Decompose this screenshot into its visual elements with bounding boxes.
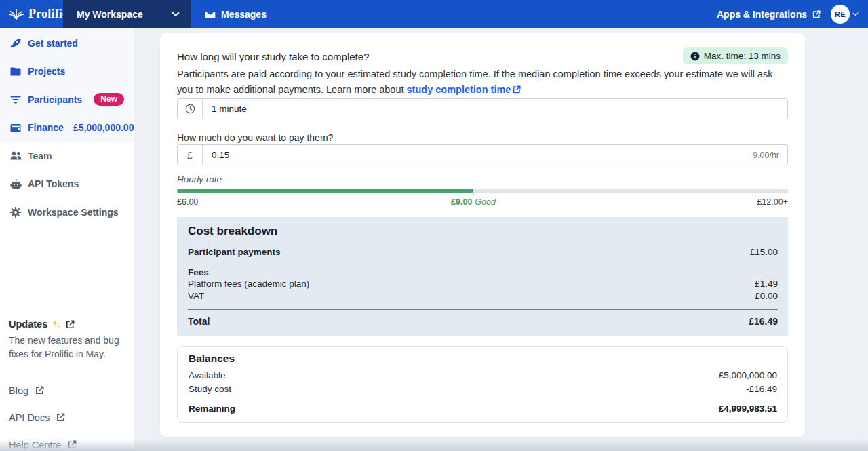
rate-max-label: £12.00+: [757, 197, 788, 207]
hourly-rate-suffix: 9.00/hr: [753, 145, 787, 165]
payment-value: 0.15: [203, 145, 753, 165]
sidebar-item-label: Participants: [28, 94, 82, 105]
hourly-rate-fill: [177, 189, 473, 193]
sidebar-item-label: Projects: [28, 66, 65, 77]
rocket-icon: [9, 38, 22, 49]
max-time-text: Max. time: 13 mins: [704, 51, 781, 61]
pay-question: How much do you want to pay them?: [177, 132, 333, 143]
cost-breakdown-panel: Cost breakdown Participant payments £15.…: [177, 217, 788, 336]
hourly-rate-label: Hourly rate: [177, 174, 222, 184]
robot-icon: [9, 178, 22, 189]
sparkles-icon: [52, 319, 61, 329]
side-link-label: Blog: [9, 385, 28, 396]
gear-icon: [9, 207, 22, 218]
avatar: RE: [831, 5, 850, 24]
study-cost-row: Study cost -£16.49: [189, 384, 777, 394]
available-row: Available £5,000,000.00: [189, 370, 777, 380]
vat-row: VAT £0.00: [188, 291, 778, 301]
updates-label: Updates: [9, 319, 47, 330]
rate-quality-tag: Good: [475, 197, 496, 207]
duration-question: How long will your study take to complet…: [177, 47, 369, 62]
sidebar-item-api-tokens[interactable]: API Tokens: [0, 170, 134, 199]
sidebar-primary-group: Get started Projects Participants New Fi…: [0, 28, 134, 142]
envelope-icon: [205, 10, 216, 18]
participant-payments-row: Participant payments £15.00: [188, 247, 778, 257]
account-menu[interactable]: RE: [831, 5, 859, 24]
top-navbar: Prolific My Workspace Messages Apps & In…: [0, 0, 868, 28]
hourly-rate-tick: [473, 193, 474, 196]
participant-payments-label: Participant payments: [188, 247, 281, 257]
sidebar-item-label: Get started: [28, 38, 78, 49]
updates-description: The new features and bug fixes for Proli…: [9, 334, 127, 361]
sidebar-item-team[interactable]: Team: [0, 142, 134, 170]
payment-input[interactable]: £ 0.15 9.00/hr: [177, 144, 788, 165]
available-value: £5,000,000.00: [719, 370, 777, 380]
folder-icon: [9, 66, 22, 77]
platform-fees-value: £1.49: [755, 279, 778, 289]
chevron-down-icon: [172, 12, 180, 17]
finance-balance: £5,000,000.00: [73, 122, 134, 133]
slider-mid-label: £9.00Good: [451, 197, 496, 207]
remaining-row: Remaining £4,999,983.51: [189, 404, 777, 414]
study-completion-time-link[interactable]: study completion time: [407, 84, 511, 95]
total-label: Total: [188, 316, 210, 327]
blog-link[interactable]: Blog: [9, 385, 127, 396]
prolific-logo[interactable]: Prolific: [0, 7, 63, 21]
available-label: Available: [189, 370, 226, 380]
sidebar-item-get-started[interactable]: Get started: [0, 29, 134, 58]
external-link-icon: [812, 9, 821, 19]
remaining-divider: [189, 399, 777, 399]
platform-fees-link[interactable]: Platform fees: [188, 279, 242, 289]
messages-label: Messages: [221, 9, 267, 20]
sidebar-item-workspace-settings[interactable]: Workspace Settings: [0, 198, 134, 227]
fees-label: Fees: [188, 267, 209, 277]
study-setup-card: How long will your study take to complet…: [160, 33, 805, 437]
sidebar: Get started Projects Participants New Fi…: [0, 28, 134, 451]
main-content: How long will your study take to complet…: [134, 28, 868, 451]
external-link-icon: [35, 385, 45, 395]
apps-integrations-link[interactable]: Apps & Integrations: [717, 9, 821, 20]
side-link-label: Help Centre: [9, 439, 61, 450]
people-icon: [9, 151, 22, 161]
rate-value-label: £9.00: [451, 197, 472, 207]
remaining-value: £4,999,983.51: [719, 404, 777, 414]
total-divider: [188, 309, 778, 310]
platform-fees-cell: Platform fees (academic plan): [188, 279, 309, 289]
sidebar-item-label: Workspace Settings: [28, 207, 119, 218]
duration-value: 1 minute: [203, 99, 787, 119]
new-badge: New: [94, 93, 124, 106]
chevron-down-icon: [852, 12, 859, 16]
brand-name: Prolific: [28, 7, 68, 21]
apps-label: Apps & Integrations: [717, 9, 807, 20]
side-link-label: API Docs: [9, 412, 50, 423]
filter-icon: [9, 94, 22, 105]
prolific-swan-icon: [9, 9, 24, 20]
external-link-icon: [67, 439, 77, 450]
duration-input[interactable]: 1 minute: [177, 98, 788, 119]
cost-breakdown-title: Cost breakdown: [188, 224, 277, 238]
api-docs-link[interactable]: API Docs: [9, 412, 127, 423]
sidebar-item-label: API Tokens: [28, 178, 79, 189]
sidebar-item-label: Finance: [28, 122, 64, 133]
platform-fees-row: Platform fees (academic plan) £1.49: [188, 279, 778, 289]
remaining-label: Remaining: [189, 404, 235, 414]
balances-title: Balances: [189, 353, 235, 365]
max-time-badge: Max. time: 13 mins: [683, 47, 788, 64]
participant-payments-value: £15.00: [750, 247, 778, 257]
sidebar-item-projects[interactable]: Projects: [0, 58, 134, 86]
updates-link[interactable]: Updates: [9, 319, 127, 330]
sidebar-item-participants[interactable]: Participants New: [0, 85, 134, 114]
study-cost-value: -£16.49: [746, 384, 777, 394]
fees-header-row: Fees: [188, 267, 778, 277]
balances-panel: Balances Available £5,000,000.00 Study c…: [177, 346, 788, 423]
wallet-icon: [9, 122, 22, 133]
total-row: Total £16.49: [188, 316, 778, 327]
sidebar-item-finance[interactable]: Finance £5,000,000.00: [0, 114, 134, 142]
workspace-switcher[interactable]: My Workspace: [63, 0, 191, 28]
platform-fees-suffix: (academic plan): [242, 279, 310, 289]
info-icon: [690, 52, 700, 61]
messages-nav-item[interactable]: Messages: [205, 9, 267, 20]
workspace-name: My Workspace: [77, 9, 143, 20]
currency-prefix: £: [178, 145, 203, 165]
help-centre-link[interactable]: Help Centre: [9, 439, 127, 450]
